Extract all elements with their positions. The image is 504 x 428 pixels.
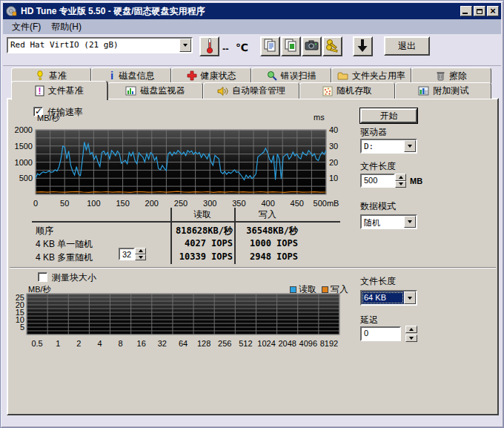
up-arrow-icon: [409, 328, 414, 331]
block-file-length-combo[interactable]: 64 KB: [360, 290, 417, 306]
delay-down-button[interactable]: [405, 335, 417, 342]
maximize-button[interactable]: [474, 6, 485, 16]
copy-text-button[interactable]: [260, 36, 280, 56]
close-icon: [490, 6, 496, 16]
tab-disk-monitor[interactable]: 磁盘监视器: [107, 82, 204, 99]
tab-error-scan[interactable]: 错误扫描: [251, 68, 331, 83]
maximize-icon: [477, 9, 483, 14]
extra-tests-icon: [418, 86, 429, 96]
file-length-label: 文件长度: [360, 160, 396, 173]
tab-file-benchmark[interactable]: !文件基准: [11, 81, 107, 100]
exit-button[interactable]: 退出: [384, 36, 430, 56]
transfer-rate-chart: 2000150010005004030201005010015020025030…: [14, 122, 349, 209]
tab-aam[interactable]: 自动噪音管理: [203, 82, 299, 99]
table-row-label: 顺序: [36, 225, 53, 237]
tab-extra-tests[interactable]: 附加测试: [395, 82, 491, 99]
start-button[interactable]: 开始: [360, 108, 417, 123]
data-mode-label: 数据模式: [360, 200, 396, 213]
health-icon: [187, 70, 197, 81]
svg-text:5: 5: [20, 323, 24, 332]
file-length-value[interactable]: 500: [360, 174, 395, 188]
svg-text:10: 10: [329, 174, 338, 182]
copy-image-button[interactable]: [281, 36, 301, 56]
camera-icon: [304, 38, 319, 56]
block-size-label: 测量块大小: [52, 271, 96, 284]
benchmark-icon: [36, 70, 45, 81]
svg-text:i: i: [110, 70, 113, 81]
svg-text:8: 8: [119, 339, 123, 348]
close-button[interactable]: [487, 6, 499, 16]
menu-file[interactable]: 文件(F): [7, 19, 46, 35]
section-divider: [10, 267, 496, 269]
titlebar[interactable]: HD Tune 专业版 5.50 - 硬盘/固态硬盘实用程序: [3, 3, 501, 19]
svg-text:256: 256: [218, 339, 231, 348]
window-title: HD Tune 专业版 5.50 - 硬盘/固态硬盘实用程序: [21, 5, 459, 18]
tab-label: 磁盘监视器: [140, 85, 185, 97]
table-row-label: 4 KB 单一随机: [36, 238, 93, 251]
screenshot-button[interactable]: [302, 36, 322, 56]
svg-text:1: 1: [56, 339, 60, 348]
tab-row-2: !文件基准磁盘监视器自动噪音管理随机存取附加测试: [11, 82, 491, 99]
minimize-button[interactable]: [460, 6, 472, 16]
tab-erase[interactable]: 擦除: [411, 68, 491, 83]
file-length-spinner[interactable]: 500: [360, 174, 406, 188]
svg-text:0.5: 0.5: [31, 339, 42, 348]
drive-label: 驱动器: [360, 126, 387, 139]
table-header-write: 写入: [234, 208, 301, 221]
info-icon: i: [108, 70, 116, 81]
temperature-button[interactable]: [199, 36, 219, 56]
app-icon: [5, 5, 18, 17]
delay-up-button[interactable]: [405, 326, 417, 333]
data-mode-arrow[interactable]: [404, 216, 416, 228]
drive-select-arrow[interactable]: [179, 39, 191, 52]
table-write-value: 2948 IOPS: [234, 251, 298, 262]
menu-help[interactable]: 帮助(H): [46, 19, 87, 35]
svg-text:150: 150: [116, 199, 129, 208]
queue-depth-spinner[interactable]: 32: [119, 248, 146, 260]
drive-combo-arrow[interactable]: [404, 140, 416, 152]
tab-label: 文件基准: [48, 85, 84, 97]
save-button[interactable]: [353, 36, 373, 56]
svg-text:4096: 4096: [299, 339, 317, 348]
svg-text:450: 450: [291, 199, 304, 208]
main-chart-ylabel-right: ms: [314, 113, 325, 122]
data-mode-combo[interactable]: 随机: [360, 214, 417, 229]
drive-combo[interactable]: D:: [360, 139, 417, 154]
table-write-value: 36548KB/秒: [234, 225, 298, 237]
queue-depth-value[interactable]: 32: [119, 248, 135, 260]
delay-field-wrap[interactable]: 0: [360, 326, 401, 341]
block-file-length-value: 64 KB: [362, 292, 404, 304]
drive-select[interactable]: Red Hat VirtIO (21 gB): [7, 37, 193, 53]
tab-label: 擦除: [449, 70, 467, 82]
queue-down-button[interactable]: [135, 254, 146, 261]
svg-text:512: 512: [239, 339, 252, 348]
keys-icon: [325, 38, 340, 56]
tab-label: 随机存取: [336, 85, 372, 97]
block-size-checkbox[interactable]: [38, 272, 47, 282]
up-arrow-icon: [139, 249, 143, 252]
tab-random-access[interactable]: 随机存取: [299, 82, 396, 99]
file-length-up-button[interactable]: [395, 174, 406, 181]
tab-health[interactable]: 健康状态: [171, 68, 251, 83]
file-length-down-button[interactable]: [395, 181, 406, 188]
tab-folder-usage[interactable]: 文件夹占用率: [331, 68, 411, 83]
table-read-value: 10339 IOPS: [170, 251, 233, 262]
block-file-length-arrow[interactable]: [404, 292, 416, 304]
queue-up-button[interactable]: [135, 248, 146, 254]
minimize-icon: [462, 13, 468, 14]
table-header-rule: [32, 221, 340, 223]
table-header-read: 读取: [170, 208, 234, 221]
tab-label: 附加测试: [433, 85, 468, 97]
svg-text:2000: 2000: [15, 125, 33, 134]
copy-image-icon: [283, 38, 299, 56]
svg-text:1024: 1024: [257, 339, 275, 348]
keys-button[interactable]: [322, 36, 342, 56]
svg-text:16: 16: [137, 339, 146, 348]
speaker-icon: [217, 86, 228, 96]
svg-text:64: 64: [179, 339, 188, 348]
delay-value[interactable]: 0: [360, 326, 401, 341]
drive-combo-value: D:: [362, 140, 404, 152]
file-length-unit: MB: [410, 177, 422, 185]
app-window: HD Tune 专业版 5.50 - 硬盘/固态硬盘实用程序 文件(F)帮助(H…: [0, 0, 504, 428]
temperature-unit: ℃: [236, 42, 248, 53]
